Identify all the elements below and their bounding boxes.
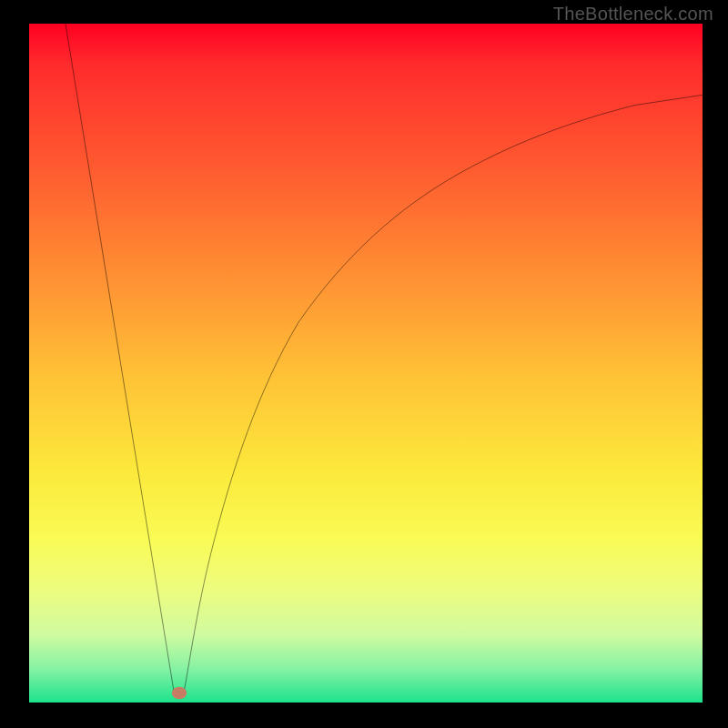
chart-stage: TheBottleneck.com (0, 0, 728, 728)
curve-right (174, 95, 703, 692)
watermark-text: TheBottleneck.com (553, 4, 713, 25)
plot-area (29, 24, 703, 703)
minimum-marker (172, 687, 187, 699)
curve-layer (29, 24, 703, 703)
curve-left (66, 24, 174, 692)
